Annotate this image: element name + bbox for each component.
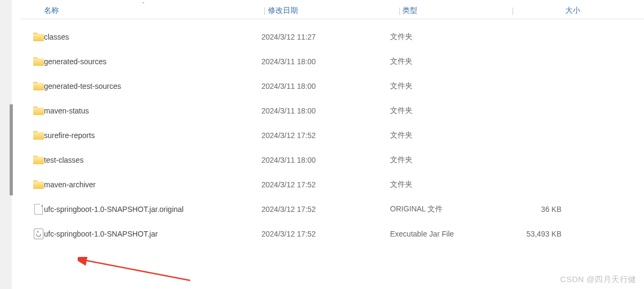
- file-icon: [20, 204, 44, 215]
- file-size: 53,493 KB: [497, 230, 583, 238]
- file-row[interactable]: maven-status 2024/3/11 18:00 文件夹: [20, 98, 644, 123]
- column-header-name[interactable]: ˆ 名称: [20, 6, 261, 16]
- file-type: 文件夹: [390, 57, 497, 66]
- file-type: 文件夹: [390, 131, 497, 140]
- folder-icon: [20, 82, 44, 90]
- file-type: 文件夹: [390, 180, 497, 189]
- file-date: 2024/3/12 17:52: [261, 230, 390, 238]
- column-header-row: ˆ 名称 | 修改日期 | 类型 | 大小: [20, 0, 644, 19]
- file-list: classes 2024/3/12 11:27 文件夹 generated-so…: [20, 19, 644, 246]
- folder-icon: [20, 57, 44, 66]
- folder-icon: [20, 131, 44, 140]
- file-type: 文件夹: [390, 32, 497, 42]
- left-scrollbar[interactable]: [10, 104, 13, 195]
- file-row[interactable]: surefire-reports 2024/3/12 17:52 文件夹: [20, 123, 644, 148]
- file-name: ufc-springboot-1.0-SNAPSHOT.jar: [44, 230, 261, 238]
- file-name: surefire-reports: [44, 131, 261, 140]
- column-type-label: 类型: [402, 6, 417, 14]
- file-name: generated-sources: [44, 57, 261, 66]
- file-type: 文件夹: [390, 155, 497, 165]
- file-date: 2024/3/12 17:52: [261, 205, 390, 214]
- file-date: 2024/3/11 18:00: [261, 57, 390, 66]
- folder-icon: [20, 33, 44, 41]
- column-divider[interactable]: |: [396, 6, 403, 15]
- file-type: ORIGINAL 文件: [390, 204, 497, 214]
- sort-indicator-icon: ˆ: [143, 2, 144, 8]
- column-header-size[interactable]: 大小: [516, 6, 602, 16]
- column-header-date[interactable]: 修改日期: [268, 6, 396, 16]
- file-name: classes: [44, 33, 261, 41]
- file-row[interactable]: generated-test-sources 2024/3/11 18:00 文…: [20, 74, 644, 98]
- folder-icon: [20, 180, 44, 189]
- column-header-type[interactable]: 类型: [402, 6, 510, 16]
- file-type: 文件夹: [390, 106, 497, 116]
- column-divider[interactable]: |: [510, 6, 516, 15]
- file-name: ufc-springboot-1.0-SNAPSHOT.jar.original: [44, 205, 261, 214]
- folder-icon: [20, 107, 44, 115]
- file-row[interactable]: generated-sources 2024/3/11 18:00 文件夹: [20, 49, 644, 74]
- file-date: 2024/3/11 18:00: [261, 82, 390, 90]
- file-name: maven-archiver: [44, 180, 261, 189]
- file-row[interactable]: test-classes 2024/3/11 18:00 文件夹: [20, 148, 644, 172]
- file-date: 2024/3/12 11:27: [261, 33, 390, 41]
- file-row[interactable]: maven-archiver 2024/3/12 17:52 文件夹: [20, 172, 644, 197]
- folder-icon: [20, 156, 44, 164]
- column-name-label: 名称: [44, 6, 59, 14]
- column-size-label: 大小: [565, 6, 580, 14]
- file-type: 文件夹: [390, 81, 497, 91]
- column-divider[interactable]: |: [261, 6, 268, 15]
- file-row[interactable]: ufc-springboot-1.0-SNAPSHOT.jar.original…: [20, 197, 644, 222]
- file-name: test-classes: [44, 156, 261, 164]
- file-row[interactable]: classes 2024/3/12 11:27 文件夹: [20, 25, 644, 49]
- file-date: 2024/3/12 17:52: [261, 131, 390, 140]
- file-size: 36 KB: [497, 205, 583, 214]
- file-row[interactable]: ufc-springboot-1.0-SNAPSHOT.jar 2024/3/1…: [20, 222, 644, 246]
- column-date-label: 修改日期: [268, 6, 298, 14]
- file-explorer-pane: ˆ 名称 | 修改日期 | 类型 | 大小 classes 2024/3/12 …: [20, 0, 644, 289]
- watermark-text: CSDN @四月天行健: [560, 275, 636, 285]
- file-name: generated-test-sources: [44, 82, 261, 90]
- file-date: 2024/3/11 18:00: [261, 107, 390, 115]
- file-date: 2024/3/12 17:52: [261, 180, 390, 189]
- file-name: maven-status: [44, 107, 261, 115]
- jar-icon: [20, 229, 44, 239]
- file-date: 2024/3/11 18:00: [261, 156, 390, 164]
- file-type: Executable Jar File: [390, 230, 497, 238]
